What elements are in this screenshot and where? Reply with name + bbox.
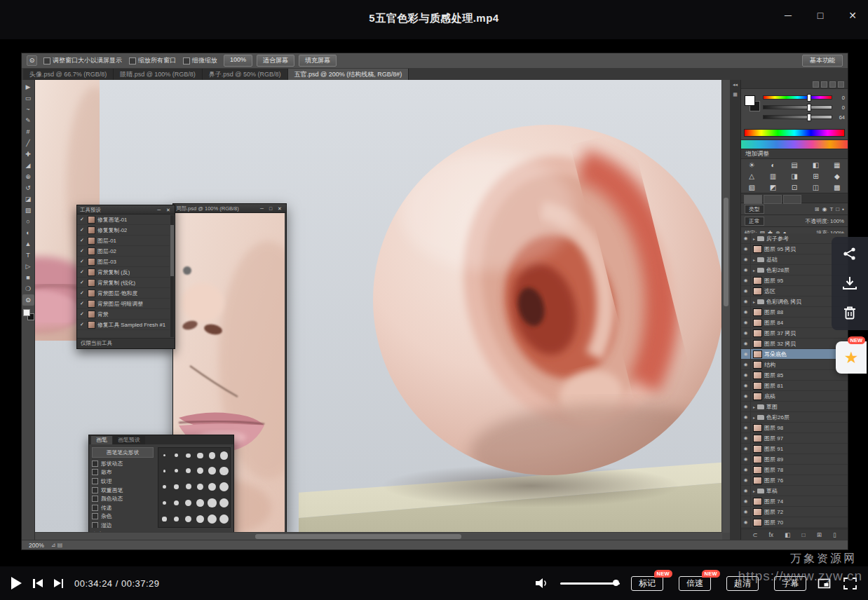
player-button-0[interactable]: 标记NEW: [631, 576, 663, 591]
brush-tip[interactable]: [186, 468, 191, 473]
brush-tip[interactable]: [174, 484, 178, 489]
brush-tip[interactable]: [219, 514, 229, 524]
filter-icon[interactable]: ◉: [822, 206, 827, 212]
workspace-button[interactable]: 基本功能: [802, 55, 843, 67]
brush-option[interactable]: 形状动态: [92, 459, 155, 468]
adjustment-icon[interactable]: ◫: [813, 184, 819, 191]
brush-option[interactable]: 颜色动态: [92, 494, 155, 503]
favorite-card[interactable]: ★ NEW: [836, 341, 867, 374]
brush-tip[interactable]: [220, 451, 229, 460]
layer-row[interactable]: ◉图层 74: [741, 496, 848, 507]
tab-channels[interactable]: [764, 195, 782, 204]
next-button[interactable]: [54, 579, 64, 588]
brush-tip[interactable]: [163, 485, 166, 489]
panel-footer-icon[interactable]: ⊂: [752, 531, 757, 538]
adjustment-icon[interactable]: ◩: [770, 184, 776, 191]
brush-tip[interactable]: [163, 501, 166, 505]
download-icon[interactable]: [842, 276, 857, 290]
expand-icon[interactable]: ▸: [753, 236, 755, 241]
panel-mini-icon[interactable]: [821, 81, 827, 88]
adjustment-icon[interactable]: ▦: [834, 161, 840, 169]
adjustment-icon[interactable]: ▤: [791, 161, 797, 169]
adjustment-icon[interactable]: ▧: [748, 184, 754, 191]
eye-icon[interactable]: ◉: [741, 423, 751, 432]
canvas-vertical-scrollbar[interactable]: [721, 80, 730, 533]
eye-icon[interactable]: ◉: [741, 286, 751, 296]
eye-icon[interactable]: ◉: [741, 275, 751, 285]
preset-item[interactable]: ✓图层-01: [77, 236, 170, 246]
brush-tip[interactable]: [185, 500, 191, 506]
eye-icon[interactable]: ◉: [741, 507, 751, 517]
preset-item[interactable]: ✓修复工具 Sampled Fresh #1: [77, 320, 170, 330]
layer-row[interactable]: ◉图层 72: [741, 507, 848, 517]
eye-icon[interactable]: ◉: [741, 391, 751, 401]
slider-knob[interactable]: [807, 94, 811, 102]
zoom-option-0[interactable]: 调整窗口大小以满屏显示: [43, 56, 122, 65]
color-slider[interactable]: [763, 95, 832, 100]
slider-knob[interactable]: [807, 114, 811, 121]
filter-kind-select[interactable]: 类型: [745, 205, 764, 214]
preset-item[interactable]: ✓图层-03: [77, 257, 170, 267]
eye-icon[interactable]: ◉: [741, 296, 751, 306]
brush-option[interactable]: 杂色: [92, 512, 155, 521]
zoom-tool-icon[interactable]: ⊙: [22, 294, 34, 306]
brush-tip[interactable]: [174, 500, 179, 505]
expand-icon[interactable]: ▸: [753, 404, 755, 409]
eye-icon[interactable]: ◉: [741, 381, 751, 390]
layer-row[interactable]: ◉图层 81: [741, 381, 848, 391]
preset-panel-buttons[interactable]: ─ ✕: [157, 205, 172, 214]
play-button[interactable]: [11, 577, 22, 589]
preset-item[interactable]: ✓图层-02: [77, 246, 170, 257]
adjustment-icon[interactable]: ◧: [813, 161, 819, 169]
layer-row[interactable]: ◉图层 70: [741, 517, 848, 528]
layer-row[interactable]: ◉图层 76: [741, 475, 848, 486]
brush-option[interactable]: 传递: [92, 503, 155, 512]
adjustment-icon[interactable]: ◐: [771, 161, 775, 169]
eye-icon[interactable]: ◉: [741, 444, 751, 454]
volume-slider[interactable]: [560, 582, 620, 585]
layer-row[interactable]: ◉图层 98: [741, 423, 848, 433]
tab-paths[interactable]: [783, 195, 801, 204]
brush-tip[interactable]: [175, 454, 178, 457]
expand-icon[interactable]: ▸: [753, 299, 755, 304]
brush-tip[interactable]: [163, 470, 166, 472]
eye-icon[interactable]: ◉: [741, 265, 751, 275]
collapse-panels-icon[interactable]: ◂◂: [730, 82, 740, 92]
heal-tool-icon[interactable]: ✚: [22, 149, 34, 160]
eye-icon[interactable]: ◉: [741, 402, 751, 411]
zoom-level[interactable]: 200%: [29, 542, 44, 549]
player-button-1[interactable]: 倍速NEW: [679, 576, 711, 591]
brush-tip[interactable]: [208, 467, 216, 475]
brush-tip[interactable]: [197, 468, 203, 474]
eye-icon[interactable]: ◉: [741, 318, 751, 327]
document-tab-2[interactable]: 鼻子.psd @ 50% (RGB/8): [203, 69, 288, 80]
history-brush-tool-icon[interactable]: ↺: [22, 182, 34, 193]
eye-icon[interactable]: ◉: [741, 339, 751, 348]
eye-icon[interactable]: ◉: [741, 254, 751, 264]
lasso-tool-icon[interactable]: ~: [22, 104, 34, 115]
layer-row[interactable]: ◉▸草图: [741, 402, 848, 412]
zoom-action-button-1[interactable]: 适合屏幕: [257, 55, 294, 67]
previous-button[interactable]: [33, 579, 43, 588]
type-tool-icon[interactable]: T: [22, 250, 34, 261]
adjustment-icon[interactable]: ▥: [770, 172, 776, 180]
panel-footer-icon[interactable]: ⊞: [817, 531, 822, 538]
hand-tool-icon[interactable]: ❍: [22, 283, 34, 294]
layer-row[interactable]: ◉▸草稿: [741, 486, 848, 496]
eye-icon[interactable]: ◉: [741, 244, 751, 254]
preset-scrollbar[interactable]: [170, 215, 174, 337]
panel-thumb-icon[interactable]: ▦: [730, 92, 740, 102]
opacity-field[interactable]: 不透明度: 100%: [806, 217, 844, 225]
eye-icon[interactable]: ◉: [741, 465, 751, 475]
brush-tool-icon[interactable]: ◢: [22, 160, 34, 171]
eye-icon[interactable]: ◉: [741, 517, 751, 527]
brush-tip[interactable]: [209, 452, 216, 459]
close-button[interactable]: ✕: [844, 10, 861, 21]
tab-brush[interactable]: 画笔: [91, 436, 112, 444]
brush-tip[interactable]: [208, 483, 216, 491]
volume-icon[interactable]: [535, 578, 549, 589]
document-tab-1[interactable]: 眼睛.psd @ 100% (RGB/8): [114, 69, 203, 80]
filter-icon[interactable]: ▪: [842, 206, 844, 212]
panel-collapse-strip[interactable]: ◂◂ ▦: [730, 80, 741, 540]
preset-item[interactable]: ✓背景图层·饱和度: [77, 288, 170, 299]
